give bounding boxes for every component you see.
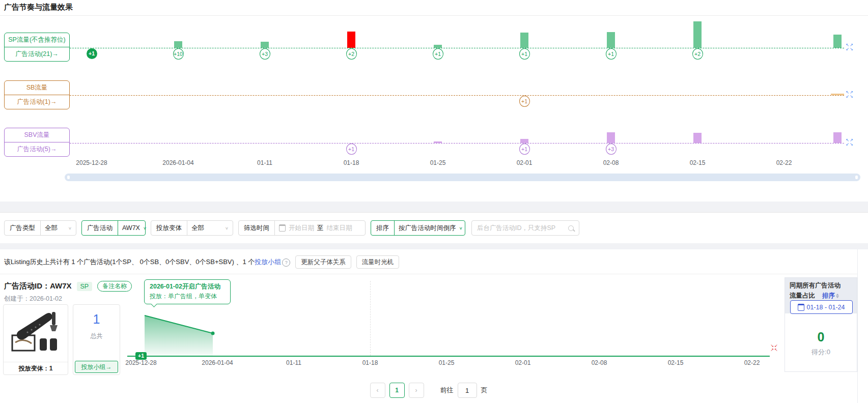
calendar-icon xyxy=(279,224,286,232)
sbv-event-badge[interactable]: +1 xyxy=(519,143,530,155)
campaign-section xyxy=(0,249,858,403)
variant-count-label: 投放变体：1 xyxy=(4,362,68,375)
expand-icon[interactable]: ↖↗↙↘ xyxy=(845,91,854,99)
update-parent-child-button[interactable]: 更新父子体关系 xyxy=(295,255,351,269)
scrollbar-right-grip[interactable] xyxy=(855,176,858,179)
collapse-icon[interactable]: ↘↙↗↖ xyxy=(770,344,779,353)
next-page-button[interactable]: › xyxy=(409,383,424,398)
campaign-select[interactable]: 广告活动 AW7X ∨ xyxy=(81,220,146,236)
note-name-button[interactable]: 备注名称 xyxy=(97,281,132,292)
sort-filter-value: 按广告活动时间倒序 xyxy=(399,224,456,233)
pagination: ‹ 1 › 前往 页 xyxy=(0,383,857,398)
axis-tick-label: 02-15 xyxy=(690,159,706,166)
sbv-event-bar xyxy=(434,141,442,143)
panel-date-range-chip[interactable]: 01-18 - 01-24 xyxy=(790,300,853,314)
campaign-axis-tick-label: 02-15 xyxy=(668,359,684,366)
start-date-field[interactable]: 开始日期 xyxy=(289,224,314,233)
time-range-picker[interactable]: 筛选时间 开始日期 至 结束日期 xyxy=(238,220,366,236)
sp-event-badge[interactable]: +2 xyxy=(346,48,357,60)
sp-event-bar xyxy=(833,35,842,48)
sp-event-badge[interactable]: +1 xyxy=(519,48,530,60)
sort-filter-label: 排序 xyxy=(371,221,395,235)
sp-event-badge[interactable]: +1 xyxy=(433,48,443,60)
calendar-icon xyxy=(798,304,804,311)
ad-type-select[interactable]: 广告类型 全部 ∨ xyxy=(4,220,76,236)
traffic-share-panel: 同期所有广告活动 流量占比 排序 01-18 - 01-24 0 得分:0 xyxy=(785,277,857,372)
axis-tick-label: 01-11 xyxy=(257,159,272,166)
campaign-filter-value: AW7X xyxy=(122,224,140,232)
sp-timeline-axis xyxy=(70,48,844,48)
campaign-axis-tick-label: 01-18 xyxy=(362,359,378,366)
sp-event-badge[interactable]: +1 xyxy=(87,48,97,59)
goto-page-input[interactable] xyxy=(458,383,477,398)
page-unit-label: 页 xyxy=(481,386,488,395)
sp-event-bar xyxy=(520,33,528,48)
ad-type-label: 广告类型 xyxy=(5,221,41,235)
help-icon[interactable]: ? xyxy=(282,258,290,267)
sp-event-bar xyxy=(174,41,182,48)
axis-tick-label: 01-25 xyxy=(430,159,446,166)
sort-select[interactable]: 排序 按广告活动时间倒序 ∨ xyxy=(371,220,465,236)
ad-type-value: 全部 xyxy=(45,224,58,233)
search-icon xyxy=(568,225,574,231)
panel-title-line1: 同期所有广告活动 xyxy=(790,281,852,290)
expand-icon[interactable]: ↖↗↙↘ xyxy=(845,43,854,52)
time-filter-label: 筛选时间 xyxy=(239,221,275,235)
campaign-axis-tick-label: 01-11 xyxy=(286,359,301,366)
current-week-marker xyxy=(370,281,371,356)
panel-title-line2: 流量占比 xyxy=(790,292,815,300)
campaign-axis-tick-label: 01-25 xyxy=(439,359,455,366)
campaign-axis-tick-label: 2025-12-28 xyxy=(125,359,156,366)
sort-carets-icon xyxy=(836,294,839,298)
sp-event-badge[interactable]: +1 xyxy=(606,48,617,60)
sb-event-badge[interactable]: +1 xyxy=(519,96,530,107)
panel-sort-button[interactable]: 排序 xyxy=(822,292,835,300)
campaign-id-search-input[interactable]: 后台广告活动ID，只支持SP xyxy=(471,220,579,236)
search-placeholder: 后台广告活动ID，只支持SP xyxy=(477,224,555,233)
prev-page-button[interactable]: ‹ xyxy=(370,383,385,398)
sbv-event-badge[interactable]: +1 xyxy=(346,143,357,155)
product-image xyxy=(4,305,68,362)
chart-scrollbar[interactable] xyxy=(65,174,860,181)
sp-event-badge[interactable]: +3 xyxy=(260,48,270,60)
campaign-created-date: 创建于：2026-01-02 xyxy=(4,295,62,303)
axis-tick-label: 02-08 xyxy=(603,159,619,166)
expand-icon[interactable]: ↖↗↙↘ xyxy=(845,138,854,147)
sp-event-badge[interactable]: +2 xyxy=(692,48,703,60)
sb-event-bar xyxy=(831,94,844,95)
chevron-down-icon: ∨ xyxy=(143,226,147,231)
group-total-label: 总共 xyxy=(73,332,120,340)
campaign-id-title: 广告活动ID：AW7X xyxy=(4,281,72,291)
page: 广告节奏与流量效果 SP流量(不含推荐位) 广告活动(21)→ SB流量 广告活… xyxy=(0,0,868,403)
chevron-down-icon: ∨ xyxy=(225,226,229,231)
axis-tick-label: 01-18 xyxy=(344,159,359,166)
page-1-button[interactable]: 1 xyxy=(389,383,405,398)
sp-event-badge[interactable]: +10 xyxy=(173,48,184,60)
panel-score-value: 0 xyxy=(785,330,857,344)
section-gap xyxy=(0,202,868,212)
traffic-time-machine-button[interactable]: 流量时光机 xyxy=(356,255,400,269)
scrollbar-left-grip[interactable] xyxy=(67,176,70,179)
sbv-event-bar xyxy=(607,132,615,143)
campaign-filter-label: 广告活动 xyxy=(82,221,118,235)
sp-event-bar xyxy=(434,45,442,48)
panel-score-label: 得分:0 xyxy=(785,348,857,357)
variant-select[interactable]: 投放变体 全部 ∨ xyxy=(151,220,233,236)
sbv-event-badge[interactable]: +3 xyxy=(606,143,617,155)
summary-text: 该Listing历史上共计有 1 个广告活动(1个SP、 0个SB、0个SBV、… xyxy=(4,257,290,267)
group-total-value: 1 xyxy=(73,312,120,327)
ad-group-button[interactable]: 投放小组→ xyxy=(75,361,118,373)
panel-date-range: 01-18 - 01-24 xyxy=(806,304,845,311)
rhythm-chart-plot: +1+10+3+2+1+1+1+2↖↗↙↘+1↖↗↙↘+1+1+3↖↗↙↘202… xyxy=(0,0,868,204)
variant-filter-label: 投放变体 xyxy=(151,221,187,235)
campaign-axis-tick-label: 2026-01-04 xyxy=(202,359,233,366)
end-date-field[interactable]: 结束日期 xyxy=(327,224,352,233)
ad-group-link[interactable]: 投放小组 xyxy=(255,258,281,266)
campaign-axis-tick-label: 02-01 xyxy=(515,359,531,366)
divider xyxy=(0,274,857,274)
sbv-event-bar xyxy=(833,132,842,143)
tooltip-subtitle: 投放：单广告组，单变体 xyxy=(150,292,225,301)
campaign-start-badge: +1 xyxy=(135,352,147,360)
sb-timeline-axis xyxy=(70,95,844,96)
sp-event-bar xyxy=(693,21,702,48)
